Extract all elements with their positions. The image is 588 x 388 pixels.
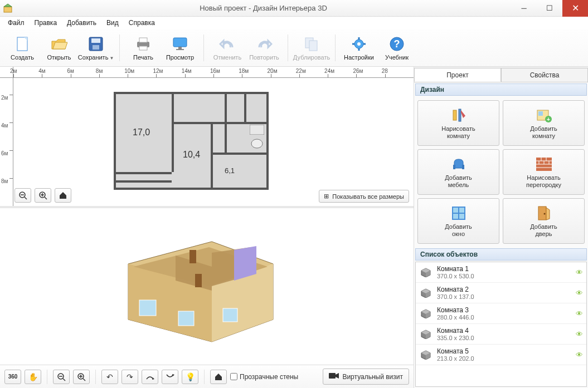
svg-rect-62 [453, 165, 455, 169]
zoom-out-3d-button[interactable] [53, 370, 70, 384]
titlebar: Новый проект - Дизайн Интерьера 3D ─ ☐ ✕ [0, 0, 588, 17]
pan-button[interactable]: ✋ [25, 370, 41, 384]
new-file-icon [13, 35, 31, 53]
settings-button[interactable]: Настройки [341, 31, 377, 65]
room-area-1: 17,0 [133, 127, 150, 137]
list-item[interactable]: Комната 4335.0 x 230.0👁 [416, 324, 586, 345]
svg-line-26 [25, 197, 27, 199]
house-3d [123, 219, 279, 347]
object-name: Комната 3 [437, 306, 571, 314]
undo-icon [218, 35, 236, 53]
list-item[interactable]: Комната 3280.0 x 446.0👁 [416, 303, 586, 324]
create-button[interactable]: Создать [4, 31, 40, 65]
help-icon: ? [388, 35, 406, 53]
visibility-eye-icon[interactable]: 👁 [576, 330, 583, 338]
list-item[interactable]: Комната 2370.0 x 137.0👁 [416, 283, 586, 303]
svg-rect-9 [139, 46, 147, 50]
list-item[interactable]: Комната 1370.0 x 530.0👁 [416, 262, 586, 283]
ruler-vertical: 2м 4м 6м 8м [0, 78, 13, 206]
object-list[interactable]: Комната 1370.0 x 530.0👁Комната 2370.0 x … [415, 262, 587, 387]
undo-button[interactable]: Отменить [210, 31, 245, 65]
list-item[interactable]: Комната 5213.0 x 202.0👁 [416, 345, 586, 365]
object-name: Комната 5 [437, 347, 571, 355]
zoom-in-2d-button[interactable] [35, 188, 51, 203]
preview-button[interactable]: Просмотр [162, 31, 198, 65]
menu-edit[interactable]: Правка [30, 18, 62, 28]
dimensions-icon: ⊞ [324, 193, 329, 200]
svg-rect-12 [176, 49, 184, 50]
svg-rect-42 [189, 250, 196, 263]
object-name: Комната 1 [437, 265, 571, 273]
menu-add[interactable]: Добавить [62, 18, 101, 28]
object-dims: 213.0 x 202.0 [437, 355, 571, 362]
redo-button[interactable]: Повторить [246, 31, 282, 65]
close-button[interactable]: ✕ [562, 0, 588, 17]
svg-rect-11 [178, 47, 182, 49]
room-cube-icon [419, 349, 433, 360]
svg-rect-55 [453, 110, 456, 120]
visibility-eye-icon[interactable]: 👁 [576, 310, 583, 318]
add-window-button[interactable]: Добавить окно [417, 198, 499, 244]
draw-room-button[interactable]: Нарисовать комнату [417, 100, 499, 146]
print-button[interactable]: Печать [125, 31, 161, 65]
add-room-button[interactable]: + Добавить комнату [503, 100, 585, 146]
tab-properties[interactable]: Свойства [501, 68, 588, 82]
svg-rect-2 [17, 37, 27, 51]
room-plus-icon: + [536, 107, 552, 123]
lighting-button[interactable]: 💡 [182, 370, 198, 384]
svg-point-16 [357, 42, 361, 46]
view-3d[interactable] [0, 208, 414, 365]
rotate-left-button[interactable]: ↶ [101, 370, 118, 384]
tab-project[interactable]: Проект [414, 68, 501, 82]
menu-file[interactable]: Файл [3, 18, 29, 28]
gear-icon [350, 35, 368, 53]
visibility-eye-icon[interactable]: 👁 [576, 268, 583, 277]
zoom-out-2d-button[interactable] [14, 188, 31, 203]
object-dims: 280.0 x 446.0 [437, 314, 571, 321]
floorplan[interactable]: 17,0 10,4 6,1 [114, 92, 269, 190]
camera-icon [329, 372, 339, 381]
tilt-down-button[interactable] [162, 370, 178, 384]
room-cube-icon [419, 287, 433, 298]
svg-rect-56 [459, 109, 461, 121]
view-360-button[interactable]: 360 [4, 370, 21, 384]
object-dims: 370.0 x 137.0 [437, 293, 571, 300]
add-door-button[interactable]: Добавить дверь [503, 198, 585, 244]
svg-rect-8 [139, 38, 147, 42]
view-2d[interactable]: 2м4м 6м8м 10м12м 14м16м 18м20м 22м24м 26… [0, 67, 414, 206]
duplicate-button[interactable]: Дублировать [294, 31, 329, 65]
maximize-button[interactable]: ☐ [537, 0, 562, 17]
home-2d-button[interactable] [55, 188, 71, 203]
add-furniture-button[interactable]: Добавить мебель [417, 149, 499, 195]
menu-help[interactable]: Справка [124, 18, 159, 28]
svg-rect-40 [178, 311, 194, 326]
minimize-button[interactable]: ─ [511, 0, 537, 17]
tilt-up-button[interactable] [142, 370, 158, 384]
svg-rect-63 [462, 165, 464, 169]
design-header: Дизайн [415, 84, 587, 96]
objects-header: Список объектов [415, 248, 587, 261]
visibility-eye-icon[interactable]: 👁 [576, 351, 583, 359]
room-cube-icon [419, 267, 433, 278]
home-3d-button[interactable] [210, 370, 227, 384]
svg-rect-53 [329, 373, 336, 379]
rotate-right-button[interactable]: ↷ [122, 370, 138, 384]
object-name: Комната 4 [437, 327, 571, 335]
svg-line-29 [45, 197, 47, 199]
monitor-icon [171, 35, 189, 53]
svg-line-45 [63, 379, 65, 381]
visibility-eye-icon[interactable]: 👁 [576, 289, 583, 297]
save-button[interactable]: Сохранить▼ [78, 31, 114, 65]
svg-point-24 [251, 139, 263, 148]
pencil-ruler-icon [450, 107, 467, 123]
show-dimensions-button[interactable]: ⊞ Показывать все размеры [319, 190, 409, 203]
menu-view[interactable]: Вид [102, 18, 123, 28]
virtual-visit-button[interactable]: Виртуальный визит [323, 369, 409, 385]
tutorial-button[interactable]: ? Учебник [379, 31, 415, 65]
svg-marker-57 [461, 110, 465, 118]
zoom-in-3d-button[interactable] [73, 370, 90, 384]
draw-partition-button[interactable]: Нарисовать перегородку [503, 149, 585, 195]
svg-rect-10 [173, 38, 187, 47]
open-button[interactable]: Открыть [41, 31, 77, 65]
transparent-walls-checkbox[interactable]: Прозрачные стены [230, 373, 298, 381]
